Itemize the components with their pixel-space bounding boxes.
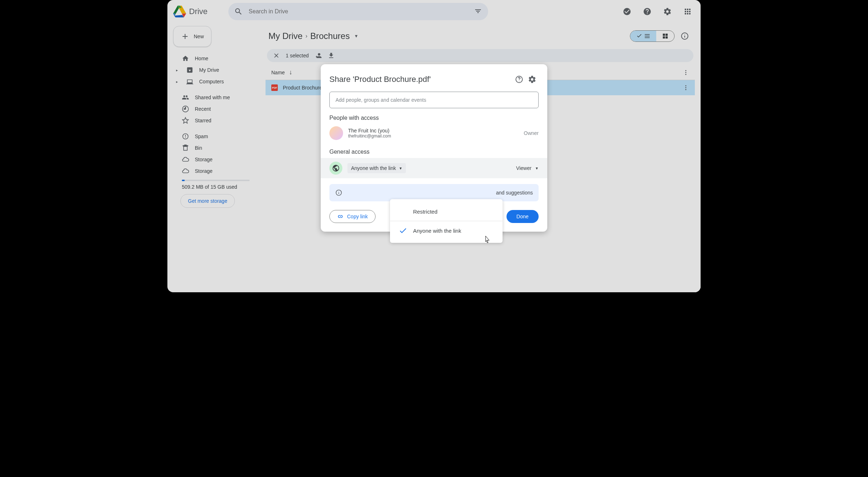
col-name[interactable]: Name bbox=[271, 70, 285, 75]
view-toggle bbox=[630, 30, 675, 42]
svg-point-4 bbox=[685, 74, 687, 75]
chevron-down-icon: ▼ bbox=[535, 166, 539, 170]
settings-icon[interactable] bbox=[660, 4, 675, 19]
person-name: The Fruit Inc (you) bbox=[348, 128, 391, 134]
sidebar-item-starred[interactable]: Starred bbox=[173, 115, 254, 126]
cursor-icon bbox=[483, 235, 490, 246]
list-view-button[interactable] bbox=[630, 31, 656, 41]
search-options-icon[interactable] bbox=[474, 7, 482, 16]
search-bar[interactable] bbox=[228, 3, 488, 20]
apps-icon[interactable] bbox=[680, 4, 695, 19]
breadcrumb-root[interactable]: My Drive bbox=[268, 31, 303, 41]
role-dropdown[interactable]: Viewer ▼ bbox=[516, 165, 539, 171]
copy-link-button[interactable]: Copy link bbox=[329, 210, 376, 223]
person-row: The Fruit Inc (you) thefruitinc@gmail.co… bbox=[321, 124, 547, 142]
sidebar-item-spam[interactable]: Spam bbox=[173, 131, 254, 142]
sidebar-item-storage-2[interactable]: Storage bbox=[173, 165, 254, 177]
dialog-title: Share 'Product Brochure.pdf' bbox=[329, 75, 513, 84]
person-role: Owner bbox=[524, 130, 539, 136]
search-icon bbox=[234, 7, 243, 16]
search-input[interactable] bbox=[249, 8, 468, 15]
plus-icon bbox=[181, 32, 189, 41]
svg-point-3 bbox=[685, 72, 687, 73]
home-icon bbox=[182, 55, 189, 62]
sidebar-item-storage[interactable]: Storage bbox=[173, 154, 254, 165]
offline-ready-icon[interactable] bbox=[620, 4, 634, 19]
selection-bar: 1 selected bbox=[267, 49, 693, 62]
sidebar-item-shared[interactable]: Shared with me bbox=[173, 92, 254, 103]
svg-point-5 bbox=[685, 85, 687, 86]
app-name: Drive bbox=[189, 7, 207, 16]
clock-icon bbox=[182, 105, 189, 113]
chevron-down-icon: ▼ bbox=[399, 166, 403, 170]
breadcrumb: My Drive › Brochures ▼ bbox=[266, 23, 695, 49]
storage-progress bbox=[182, 180, 250, 181]
download-icon[interactable] bbox=[328, 52, 335, 59]
star-icon bbox=[182, 117, 189, 124]
sidebar-item-computers[interactable]: ▸ Computers bbox=[173, 76, 254, 87]
row-more-icon[interactable] bbox=[683, 84, 689, 91]
share-person-icon[interactable] bbox=[315, 52, 322, 59]
dialog-help-icon[interactable] bbox=[513, 73, 526, 86]
cloud-icon bbox=[182, 156, 189, 163]
sort-arrow-icon[interactable]: ↓ bbox=[289, 69, 292, 76]
info-banner: and suggestions bbox=[329, 184, 539, 201]
add-people-input[interactable]: Add people, groups and calendar events bbox=[329, 92, 539, 108]
avatar bbox=[329, 126, 343, 140]
sidebar-item-mydrive[interactable]: ▸ My Drive bbox=[173, 64, 254, 76]
selection-count: 1 selected bbox=[286, 53, 309, 58]
spam-icon bbox=[182, 133, 189, 140]
menu-item-restricted[interactable]: Restricted bbox=[390, 202, 503, 221]
sidebar-item-home[interactable]: Home bbox=[173, 53, 254, 64]
link-icon bbox=[337, 213, 343, 220]
expand-icon[interactable]: ▸ bbox=[176, 80, 180, 84]
people-icon bbox=[182, 94, 189, 101]
pdf-icon: PDF bbox=[271, 84, 278, 91]
people-section-title: People with access bbox=[321, 108, 547, 124]
header: Drive bbox=[167, 0, 701, 23]
drive-logo[interactable]: Drive bbox=[173, 5, 207, 18]
person-email: thefruitinc@gmail.com bbox=[348, 134, 391, 139]
help-icon[interactable] bbox=[640, 4, 654, 19]
svg-point-7 bbox=[685, 89, 687, 90]
info-icon[interactable] bbox=[678, 29, 692, 43]
drive-icon bbox=[173, 5, 186, 18]
close-icon[interactable] bbox=[273, 52, 280, 59]
computer-icon bbox=[186, 78, 193, 85]
general-access-title: General access bbox=[321, 142, 547, 158]
sidebar-item-recent[interactable]: Recent bbox=[173, 103, 254, 115]
chevron-right-icon: › bbox=[306, 33, 307, 39]
breadcrumb-dropdown-icon[interactable]: ▼ bbox=[354, 34, 358, 39]
drive-icon bbox=[186, 66, 193, 74]
new-label: New bbox=[194, 34, 204, 39]
trash-icon bbox=[182, 144, 189, 152]
svg-point-2 bbox=[685, 70, 687, 71]
info-icon bbox=[335, 189, 342, 196]
storage-text: 509.2 MB of 15 GB used bbox=[182, 184, 250, 190]
get-storage-button[interactable]: Get more storage bbox=[180, 194, 235, 208]
access-dropdown[interactable]: Anyone with the link ▼ bbox=[347, 163, 406, 173]
sidebar-item-bin[interactable]: Bin bbox=[173, 142, 254, 154]
new-button[interactable]: New bbox=[173, 26, 211, 47]
grid-view-button[interactable] bbox=[656, 31, 674, 41]
sidebar: New Home ▸ My Drive ▸ Computers Shared w… bbox=[167, 23, 260, 292]
access-row: Anyone with the link ▼ Viewer ▼ bbox=[321, 158, 547, 178]
check-icon bbox=[399, 226, 407, 235]
expand-icon[interactable]: ▸ bbox=[176, 68, 180, 72]
globe-icon bbox=[329, 162, 342, 175]
dialog-settings-icon[interactable] bbox=[526, 73, 539, 86]
more-icon[interactable] bbox=[683, 69, 689, 76]
breadcrumb-current[interactable]: Brochures bbox=[310, 31, 350, 41]
cloud-icon bbox=[182, 167, 189, 175]
svg-point-6 bbox=[685, 87, 687, 88]
done-button[interactable]: Done bbox=[507, 210, 539, 223]
